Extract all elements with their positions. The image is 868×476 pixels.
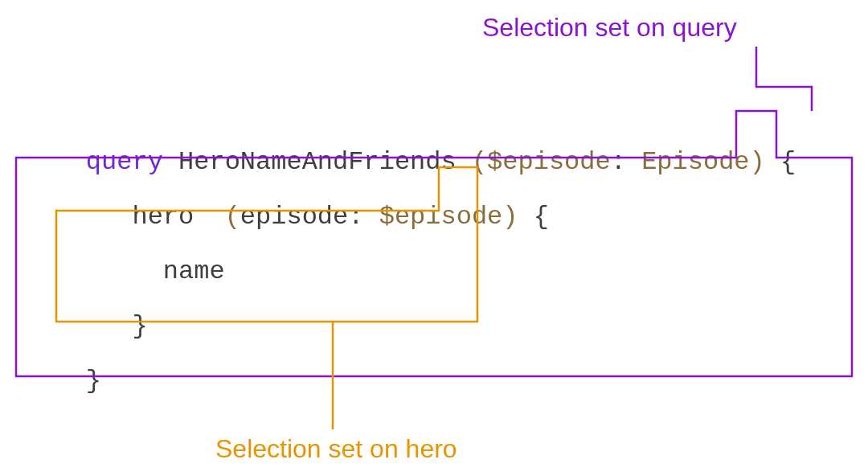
rbrace-outer: } <box>86 366 101 396</box>
arg-value-episode: $episode <box>379 202 503 232</box>
keyword-query: query <box>86 147 163 177</box>
colon: : <box>611 147 626 177</box>
type-episode: Episode <box>641 147 749 177</box>
diagram-canvas: Selection set on query Selection set on … <box>0 0 868 476</box>
field-hero: hero <box>132 202 194 232</box>
label-selection-set-hero: Selection set on hero <box>215 436 457 462</box>
operation-name: HeroNameAndFriends <box>178 147 457 177</box>
lbrace-outer: { <box>780 147 796 177</box>
field-name: name <box>163 256 225 286</box>
selection-set-query-connector <box>756 47 812 111</box>
rbrace-inner: } <box>132 311 147 341</box>
label-selection-set-query: Selection set on query <box>482 14 737 40</box>
lbrace-inner: { <box>534 202 549 232</box>
colon: : <box>348 202 363 232</box>
rparen: ) <box>750 147 765 177</box>
lparen: ( <box>472 147 487 177</box>
arg-episode: episode <box>240 202 348 232</box>
rparen: ) <box>502 202 518 232</box>
variable-episode: $episode <box>487 147 611 177</box>
lparen: ( <box>225 202 240 232</box>
code-line-5: } <box>24 343 101 420</box>
